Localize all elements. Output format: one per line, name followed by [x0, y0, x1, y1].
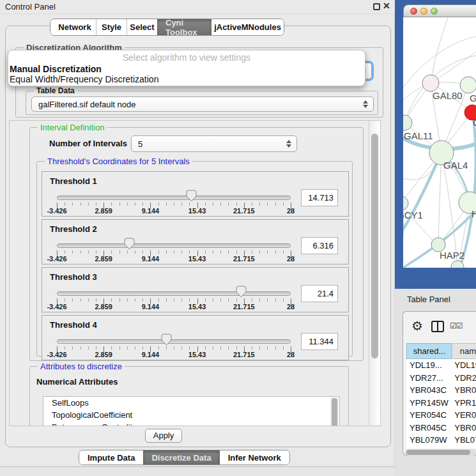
tick-label: 2.859 [95, 351, 112, 358]
column-header-shared-name[interactable]: shared... [406, 343, 452, 359]
tick-label: 28 [287, 351, 295, 358]
list-item-betweennesscentrality[interactable]: BetweennessCentrality [43, 421, 339, 426]
cell-shared-name: YLR345W [406, 447, 451, 449]
threshold-value-field[interactable]: 21.4 [301, 285, 338, 302]
top-tab-bar: NetworkStyleSelectCyni ToolboxjActiveMNo… [50, 19, 284, 36]
tab-impute-data[interactable]: Impute Data [79, 450, 143, 464]
table-row[interactable]: YBR043CYBR043C [406, 384, 476, 397]
tick-label: 28 [287, 255, 295, 263]
control-panel-window: Control Panel ✕ NetworkStyleSelectCyni T… [0, 0, 395, 467]
threshold-box-3: Threshold 3-3.4262.8599.14415.4321.71528… [42, 267, 349, 312]
table-row[interactable]: YDR27...YDR27... [406, 372, 476, 385]
tab-style[interactable]: Style [96, 19, 127, 35]
table-row[interactable]: YBL079WYBL079W [406, 434, 476, 447]
threshold-value-field[interactable]: 14.713 [301, 189, 338, 206]
close-icon[interactable]: ✕ [383, 1, 390, 11]
table-row[interactable]: YDL19...YDL19... [406, 359, 476, 372]
list-item-selfloops[interactable]: SelfLoops [43, 397, 339, 409]
group-title: Interval Definition [38, 123, 107, 132]
dropdown-option-manual-discretization[interactable]: Manual Discretization [8, 64, 365, 74]
table-data-combo[interactable]: galFiltered.sif default node [31, 96, 374, 112]
apply-button[interactable]: Apply [145, 429, 182, 443]
table-row[interactable]: YER054CYER054C [406, 409, 476, 422]
network-node[interactable] [403, 196, 408, 210]
dropdown-option-equal-width-frequency-discretization[interactable]: Equal Width/Frequency Discretization [8, 74, 365, 84]
column-layout-icon[interactable] [431, 321, 444, 332]
slider-track[interactable] [57, 291, 291, 296]
tab-cyni-toolbox[interactable]: Cyni Toolbox [157, 19, 211, 35]
tab-label: jActiveMNodules [214, 22, 281, 32]
attribute-items: SelfLoopsTopologicalCoefficientBetweenne… [43, 397, 339, 426]
threshold-value-field[interactable]: 11.344 [301, 333, 338, 350]
group-title: Table Data [34, 86, 77, 95]
network-graph: GAL80GACGAL11GAL4GCY1HHAP2 [403, 17, 476, 268]
gear-icon[interactable]: ⚙ [411, 318, 423, 334]
control-panel-titlebar: Control Panel ✕ [0, 0, 395, 14]
node-label: GAL80 [433, 90, 463, 101]
table-toolbar: ⚙ ☑☑ [403, 312, 476, 341]
table-row[interactable]: YBR045CYBR045C [406, 422, 476, 434]
node-label: GAL4 [443, 160, 468, 171]
slider-track[interactable] [57, 339, 291, 344]
threshold-coordinates-group: Threshold's Coordinates for 5 Intervals … [36, 161, 353, 357]
mac-zoom-icon[interactable] [431, 8, 438, 15]
tab-jactivemnodules[interactable]: jActiveMNodules [211, 19, 284, 35]
threshold-value-field[interactable]: 6.316 [301, 237, 338, 254]
tab-infer-network[interactable]: Infer Network [220, 450, 289, 464]
settings-scrollbar[interactable] [369, 121, 380, 426]
network-view-canvas[interactable]: GAL80GACGAL11GAL4GCY1HHAP2 [403, 17, 476, 268]
slider-track[interactable] [57, 196, 291, 200]
tick-label: 15.43 [188, 207, 206, 215]
numerical-attributes-list[interactable]: SelfLoopsTopologicalCoefficientBetweenne… [43, 396, 340, 426]
tick-label: 28 [287, 207, 295, 215]
cell-shared-name: YBL079W [406, 434, 451, 447]
cell-name: YPR145W [451, 397, 476, 410]
slider-ticks [57, 203, 291, 208]
attributes-scrollbar[interactable] [330, 397, 339, 426]
network-node[interactable] [422, 75, 439, 91]
table-data-group: Table Data galFiltered.sif default node [26, 91, 378, 115]
slider-ticks [57, 250, 291, 256]
table-row[interactable]: YPR145WYPR145W [406, 397, 476, 410]
slider-thumb[interactable] [124, 238, 135, 250]
table-row[interactable]: YLR345WYLR345W [406, 447, 476, 449]
tick-label: 15.43 [188, 303, 206, 311]
column-header-name[interactable]: name [453, 343, 476, 359]
combo-stepper-icon [286, 140, 291, 148]
tick-label: 9.144 [142, 303, 160, 311]
number-of-intervals-combo[interactable]: 5 [131, 135, 297, 152]
tab-discretize-data[interactable]: Discretize Data [143, 450, 219, 464]
number-of-intervals-value: 5 [138, 139, 142, 149]
network-node[interactable] [460, 77, 476, 93]
tab-network[interactable]: Network [50, 19, 96, 35]
group-title: Attributes to discretize [38, 362, 125, 371]
mac-close-icon[interactable] [410, 8, 417, 15]
slider-thumb[interactable] [236, 286, 247, 298]
slider-thumb[interactable] [186, 190, 197, 202]
tab-label: Infer Network [228, 453, 281, 463]
checkboxes-icon[interactable]: ☑☑ [450, 321, 463, 330]
tick-label: -3.426 [47, 351, 66, 358]
cell-name: YER054C [451, 409, 476, 422]
table-hscrollbar[interactable] [405, 449, 476, 456]
mac-minimize-icon[interactable] [420, 8, 427, 15]
table-data-combo-value: galFiltered.sif default node [38, 100, 135, 109]
tick-label: 21.715 [233, 303, 255, 311]
settings-scroll-pane: Interval Definition Number of Intervals … [9, 120, 381, 426]
cell-shared-name: YDL19... [406, 359, 451, 372]
cell-shared-name: YBR043C [406, 384, 451, 397]
cell-name: YDR27... [451, 372, 476, 385]
slider-track[interactable] [57, 243, 291, 248]
cell-name: YBR045C [451, 422, 476, 434]
slider-thumb[interactable] [161, 334, 172, 346]
float-window-icon[interactable] [373, 3, 380, 10]
node-label: GA [470, 93, 476, 104]
network-edge [438, 153, 441, 245]
tab-label: Select [130, 22, 154, 32]
list-item-topologicalcoefficient[interactable]: TopologicalCoefficient [43, 409, 339, 421]
tab-label: Discretize Data [151, 453, 211, 463]
threshold-label: Threshold 3 [50, 272, 97, 282]
threshold-box-1: Threshold 1-3.4262.8599.14415.4321.71528… [42, 171, 349, 217]
table-panel-title: Table Panel [407, 295, 450, 304]
tab-select[interactable]: Select [127, 19, 157, 35]
